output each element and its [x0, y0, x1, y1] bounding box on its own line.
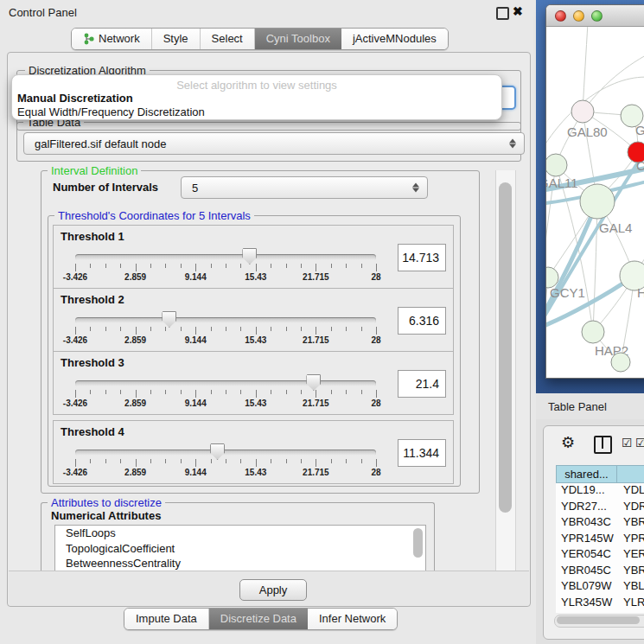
network-canvas[interactable]: GAL80GACGAL11GAL4GCY1HHAP2 [546, 27, 644, 377]
column-header-shared[interactable]: shared... [556, 465, 617, 483]
table-row[interactable]: YIL052CYIL0 [556, 611, 644, 613]
table-cell: YLR345W [556, 596, 618, 612]
slider-handle[interactable] [242, 248, 257, 265]
tab-style[interactable]: Style [152, 29, 201, 49]
tab-label: Infer Network [319, 609, 386, 629]
zoom-window-icon[interactable] [591, 10, 603, 22]
threshold-panels: Threshold 1-3.4262.8599.14415.4321.71528… [53, 226, 454, 484]
slider-handle[interactable] [162, 311, 176, 328]
table-cell: YPR145W [556, 532, 618, 548]
threshold-panel: Threshold 4-3.4262.8599.14415.4321.71528… [53, 420, 454, 484]
table-panel-titlebar: Table Panel [536, 393, 644, 419]
interval-definition-title: Interval Definition [48, 164, 141, 177]
table-row[interactable]: YLR345WYLR3 [556, 596, 644, 612]
attribute-list-item[interactable]: SelfLoops [55, 526, 425, 541]
table-horizontal-scrollbar-thumb[interactable] [557, 616, 640, 624]
column-header-name[interactable]: n [617, 465, 644, 483]
tab-label: jActiveMNodules [353, 29, 437, 49]
split-columns-icon[interactable] [594, 436, 612, 454]
threshold-panel: Threshold 3-3.4262.8599.14415.4321.71528… [53, 351, 454, 415]
slider-track[interactable] [75, 254, 376, 260]
tab-network[interactable]: Network [72, 29, 152, 49]
threshold-value-field[interactable]: 21.4 [398, 370, 446, 398]
threshold-panel: Threshold 1-3.4262.8599.14415.4321.71528… [53, 225, 454, 289]
table-row[interactable]: YER054CYER0 [556, 547, 644, 564]
table-row[interactable]: YPR145WYPR1 [556, 532, 644, 548]
popup-option-equal-width-frequency[interactable]: Equal Width/Frequency Discretization [17, 105, 205, 118]
attributes-list-scrollbar-thumb[interactable] [413, 528, 423, 558]
numerical-attributes-label: Numerical Attributes [51, 509, 161, 522]
network-node[interactable] [546, 154, 567, 176]
combo-stepper-icon [509, 139, 516, 149]
threshold-value-field[interactable]: 6.316 [398, 307, 446, 335]
network-icon [83, 33, 94, 45]
network-view-window: GAL80GACGAL11GAL4GCY1HHAP2 [545, 4, 644, 379]
close-icon[interactable]: ✖ [513, 4, 523, 18]
table-row[interactable]: YDL19...YDL1 [556, 483, 644, 500]
tab-infer-network[interactable]: Infer Network [308, 609, 397, 629]
right-panel: GAL80GACGAL11GAL4GCY1HHAP2 Table Panel ⚙… [536, 0, 644, 644]
slider-ticks [75, 264, 376, 272]
network-node-label: H [637, 285, 644, 300]
network-node-label: GAL11 [546, 175, 578, 190]
network-node-label: GA [635, 123, 644, 137]
tab-discretize-data[interactable]: Discretize Data [209, 609, 308, 629]
tab-label: Cyni Toolbox [266, 29, 330, 49]
table-header-row: shared... n [556, 465, 644, 483]
table-data-combobox[interactable]: galFiltered.sif default node [23, 132, 525, 155]
control-panel-title: Control Panel [9, 6, 77, 19]
gear-icon[interactable]: ⚙ [561, 433, 575, 452]
network-graph: GAL80GACGAL11GAL4GCY1HHAP2 [546, 27, 644, 377]
number-of-intervals-combobox[interactable]: 5 [181, 176, 428, 199]
close-window-icon[interactable] [555, 10, 566, 22]
tab-label: Network [99, 29, 140, 49]
table-cell: YER054C [556, 547, 618, 564]
float-window-icon[interactable] [496, 7, 509, 20]
network-node[interactable] [611, 353, 630, 372]
panel-vertical-scrollbar[interactable] [495, 170, 516, 571]
table-horizontal-scrollbar[interactable] [554, 615, 644, 628]
table-cell: YBR0 [618, 515, 644, 532]
network-node[interactable] [571, 100, 594, 123]
tab-select[interactable]: Select [201, 29, 255, 49]
table-row[interactable]: YBL079WYBL0 [556, 579, 644, 596]
checkbox-icon[interactable]: ☑ [635, 436, 644, 450]
minimize-window-icon[interactable] [573, 10, 584, 22]
apply-button[interactable]: Apply [239, 579, 307, 601]
slider-handle[interactable] [210, 443, 225, 460]
apply-row: Apply [9, 571, 529, 606]
threshold-label: Threshold 4 [61, 425, 124, 438]
slider-track[interactable] [75, 317, 376, 323]
network-window-titlebar[interactable] [546, 5, 644, 27]
tab-jactivemnodules[interactable]: jActiveMNodules [341, 29, 448, 49]
threshold-value-field[interactable]: 14.713 [398, 244, 446, 271]
attribute-list-item[interactable]: TopologicalCoefficient [55, 541, 425, 557]
slider-tick-labels: -3.4262.8599.14415.4321.71528 [75, 272, 376, 283]
slider-tick-labels: -3.4262.8599.14415.4321.71528 [75, 468, 376, 478]
slider-track[interactable] [75, 450, 376, 456]
combo-stepper-icon [412, 183, 419, 193]
number-of-intervals-label: Number of Intervals [53, 181, 158, 194]
network-desktop-background: GAL80GACGAL11GAL4GCY1HHAP2 [536, 0, 644, 393]
network-node[interactable] [582, 321, 604, 343]
table-cell: YDL1 [618, 483, 644, 500]
cyni-bottom-tabs: Impute DataDiscretize DataInfer Network [124, 608, 398, 630]
table-cell: YBR045C [556, 564, 618, 580]
table-cell: YDR2 [618, 500, 644, 516]
control-panel-titlebar: Control Panel ✖ [0, 0, 536, 24]
threshold-label: Threshold 1 [61, 230, 124, 243]
tab-impute-data[interactable]: Impute Data [124, 609, 209, 629]
checkbox-icon[interactable]: ☑ [622, 436, 633, 450]
network-node[interactable] [580, 184, 615, 219]
slider-track[interactable] [75, 380, 376, 386]
panel-vertical-scrollbar-thumb[interactable] [499, 182, 512, 513]
tab-cyni-toolbox[interactable]: Cyni Toolbox [255, 29, 341, 49]
table-row[interactable]: YBR043CYBR0 [556, 515, 644, 532]
threshold-value-field[interactable]: 11.344 [398, 439, 446, 467]
popup-option-manual-discretization[interactable]: Manual Discretization [17, 92, 133, 105]
slider-handle[interactable] [306, 374, 321, 391]
table-row[interactable]: YDR27...YDR2 [556, 500, 644, 516]
table-row[interactable]: YBR045CYBR0 [556, 564, 644, 580]
attribute-list-item[interactable]: BetweennessCentrality [55, 556, 425, 571]
slider-tick-labels: -3.4262.8599.14415.4321.71528 [75, 335, 376, 346]
